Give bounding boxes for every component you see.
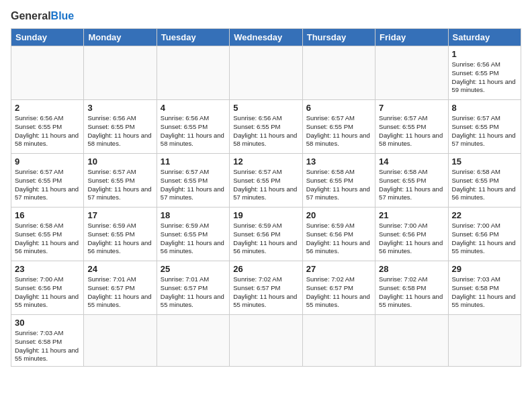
calendar-cell: 24Sunrise: 7:01 AM Sunset: 6:57 PM Dayli… [84,261,157,315]
calendar-cell: 30Sunrise: 7:03 AM Sunset: 6:58 PM Dayli… [11,315,84,367]
weekday-header: Tuesday [157,29,229,46]
day-number: 20 [306,210,371,220]
cell-info: Sunrise: 6:56 AM Sunset: 6:55 PM Dayligh… [161,114,226,148]
calendar-cell: 19Sunrise: 6:59 AM Sunset: 6:56 PM Dayli… [230,208,302,261]
cell-info: Sunrise: 7:02 AM Sunset: 6:57 PM Dayligh… [233,275,298,310]
calendar-cell: 8Sunrise: 6:57 AM Sunset: 6:55 PM Daylig… [448,100,521,154]
weekday-header: Sunday [11,29,84,46]
weekday-header: Saturday [448,29,521,46]
day-number: 1 [452,49,517,59]
cell-info: Sunrise: 6:59 AM Sunset: 6:55 PM Dayligh… [87,222,152,256]
day-number: 26 [233,264,298,274]
weekday-header: Wednesday [230,29,302,46]
cell-info: Sunrise: 6:59 AM Sunset: 6:56 PM Dayligh… [233,222,298,256]
cell-info: Sunrise: 6:58 AM Sunset: 6:55 PM Dayligh… [15,222,80,256]
calendar-cell: 28Sunrise: 7:02 AM Sunset: 6:58 PM Dayli… [375,261,448,315]
cell-info: Sunrise: 7:00 AM Sunset: 6:56 PM Dayligh… [15,275,80,310]
weekday-header: Thursday [302,29,375,46]
day-number: 2 [15,103,80,113]
day-number: 5 [233,103,298,113]
calendar-cell: 17Sunrise: 6:59 AM Sunset: 6:55 PM Dayli… [84,208,157,261]
calendar-cell: 13Sunrise: 6:58 AM Sunset: 6:55 PM Dayli… [302,154,375,208]
cell-info: Sunrise: 6:57 AM Sunset: 6:55 PM Dayligh… [161,168,226,202]
day-number: 16 [15,210,80,220]
cell-info: Sunrise: 7:00 AM Sunset: 6:56 PM Dayligh… [379,222,444,256]
cell-info: Sunrise: 6:57 AM Sunset: 6:55 PM Dayligh… [306,114,371,148]
calendar-cell [230,46,302,100]
day-number: 8 [452,103,517,113]
day-number: 6 [306,103,371,113]
day-number: 15 [452,156,517,167]
calendar-cell: 26Sunrise: 7:02 AM Sunset: 6:57 PM Dayli… [230,261,302,315]
day-number: 10 [87,156,152,167]
cell-info: Sunrise: 6:58 AM Sunset: 6:55 PM Dayligh… [452,168,517,202]
cell-info: Sunrise: 6:57 AM Sunset: 6:55 PM Dayligh… [452,114,517,148]
day-number: 28 [379,264,444,274]
day-number: 23 [15,264,80,274]
calendar-cell: 1Sunrise: 6:56 AM Sunset: 6:55 PM Daylig… [448,46,521,100]
calendar-cell [11,46,84,100]
calendar-cell [302,315,375,367]
calendar-cell [375,46,448,100]
calendar-table: SundayMondayTuesdayWednesdayThursdayFrid… [11,28,521,367]
calendar-cell: 10Sunrise: 6:57 AM Sunset: 6:55 PM Dayli… [84,154,157,208]
calendar-cell: 29Sunrise: 7:03 AM Sunset: 6:58 PM Dayli… [448,261,521,315]
day-number: 12 [233,156,298,167]
cell-info: Sunrise: 6:58 AM Sunset: 6:55 PM Dayligh… [379,168,444,202]
weekday-header: Monday [84,29,157,46]
day-number: 24 [87,264,152,274]
cell-info: Sunrise: 6:59 AM Sunset: 6:55 PM Dayligh… [161,222,226,256]
cell-info: Sunrise: 6:57 AM Sunset: 6:55 PM Dayligh… [379,114,444,148]
cell-info: Sunrise: 6:57 AM Sunset: 6:55 PM Dayligh… [87,168,152,202]
calendar-cell: 9Sunrise: 6:57 AM Sunset: 6:55 PM Daylig… [11,154,84,208]
day-number: 14 [379,156,444,167]
calendar-cell: 7Sunrise: 6:57 AM Sunset: 6:55 PM Daylig… [375,100,448,154]
calendar-cell: 22Sunrise: 7:00 AM Sunset: 6:56 PM Dayli… [448,208,521,261]
day-number: 22 [452,210,517,220]
cell-info: Sunrise: 7:03 AM Sunset: 6:58 PM Dayligh… [452,275,517,310]
calendar-cell: 11Sunrise: 6:57 AM Sunset: 6:55 PM Dayli… [157,154,229,208]
calendar-cell: 18Sunrise: 6:59 AM Sunset: 6:55 PM Dayli… [157,208,229,261]
calendar-cell [157,315,229,367]
logo: GeneralBlue [11,11,74,21]
calendar-cell: 21Sunrise: 7:00 AM Sunset: 6:56 PM Dayli… [375,208,448,261]
calendar-cell: 12Sunrise: 6:57 AM Sunset: 6:55 PM Dayli… [230,154,302,208]
cell-info: Sunrise: 6:56 AM Sunset: 6:55 PM Dayligh… [87,114,152,148]
day-number: 9 [15,156,80,167]
day-number: 19 [233,210,298,220]
calendar-cell [84,46,157,100]
day-number: 25 [161,264,226,274]
day-number: 4 [161,103,226,113]
calendar-cell: 23Sunrise: 7:00 AM Sunset: 6:56 PM Dayli… [11,261,84,315]
cell-info: Sunrise: 6:56 AM Sunset: 6:55 PM Dayligh… [15,114,80,148]
day-number: 13 [306,156,371,167]
page-header: GeneralBlue [11,11,521,21]
calendar-cell [302,46,375,100]
calendar-cell: 20Sunrise: 6:59 AM Sunset: 6:56 PM Dayli… [302,208,375,261]
cell-info: Sunrise: 6:56 AM Sunset: 6:55 PM Dayligh… [452,60,517,95]
cell-info: Sunrise: 7:03 AM Sunset: 6:58 PM Dayligh… [15,329,80,363]
cell-info: Sunrise: 7:02 AM Sunset: 6:57 PM Dayligh… [306,275,371,310]
calendar-cell: 3Sunrise: 6:56 AM Sunset: 6:55 PM Daylig… [84,100,157,154]
calendar-cell [230,315,302,367]
day-number: 18 [161,210,226,220]
calendar-cell: 27Sunrise: 7:02 AM Sunset: 6:57 PM Dayli… [302,261,375,315]
day-number: 27 [306,264,371,274]
cell-info: Sunrise: 7:00 AM Sunset: 6:56 PM Dayligh… [452,222,517,256]
day-number: 11 [161,156,226,167]
calendar-cell [84,315,157,367]
calendar-cell [375,315,448,367]
calendar-cell: 6Sunrise: 6:57 AM Sunset: 6:55 PM Daylig… [302,100,375,154]
cell-info: Sunrise: 6:58 AM Sunset: 6:55 PM Dayligh… [306,168,371,202]
cell-info: Sunrise: 7:02 AM Sunset: 6:58 PM Dayligh… [379,275,444,310]
calendar-cell: 2Sunrise: 6:56 AM Sunset: 6:55 PM Daylig… [11,100,84,154]
calendar-cell: 16Sunrise: 6:58 AM Sunset: 6:55 PM Dayli… [11,208,84,261]
calendar-cell: 4Sunrise: 6:56 AM Sunset: 6:55 PM Daylig… [157,100,229,154]
cell-info: Sunrise: 6:57 AM Sunset: 6:55 PM Dayligh… [233,168,298,202]
day-number: 7 [379,103,444,113]
cell-info: Sunrise: 6:59 AM Sunset: 6:56 PM Dayligh… [306,222,371,256]
calendar-cell [448,315,521,367]
weekday-header: Friday [375,29,448,46]
calendar-cell: 15Sunrise: 6:58 AM Sunset: 6:55 PM Dayli… [448,154,521,208]
calendar-cell: 14Sunrise: 6:58 AM Sunset: 6:55 PM Dayli… [375,154,448,208]
